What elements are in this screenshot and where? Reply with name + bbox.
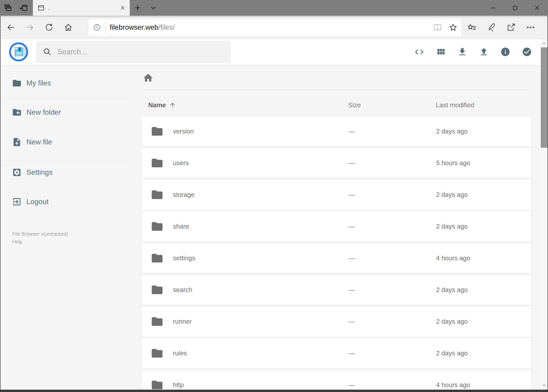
file-row[interactable]: storage — 2 days ago (141, 179, 531, 210)
minimize-icon (490, 5, 497, 11)
file-size: — (348, 223, 355, 230)
browser-window: . (0, 0, 548, 392)
file-name: settings (173, 254, 195, 262)
folder-icon (151, 347, 164, 360)
sidebar-item-label: Settings (26, 168, 53, 176)
column-header-name[interactable]: Name (148, 100, 176, 110)
browser-tab[interactable]: . (33, 0, 130, 16)
column-header-size[interactable]: Size (348, 100, 361, 110)
browser-toolbar: filebrowser.web/files/ (0, 16, 548, 39)
new-tab-button[interactable] (130, 0, 145, 16)
select-multiple-button[interactable] (516, 41, 538, 63)
favorites-hub-button[interactable] (462, 18, 482, 37)
download-button[interactable] (451, 41, 473, 63)
breadcrumb-home-icon[interactable] (143, 72, 153, 83)
check-circle-icon (522, 47, 532, 57)
refresh-icon (45, 23, 54, 32)
filebrowser-body: My files New folder New file (0, 65, 541, 390)
home-button[interactable] (59, 18, 78, 37)
sidebar-footer: File Browser v(untracked) Help (12, 230, 68, 246)
scrollbar-down-arrow[interactable] (541, 381, 548, 390)
file-row[interactable]: settings — 4 hours ago (141, 243, 531, 273)
listing-header: Name Size Last modified (138, 100, 541, 110)
grid-view-icon (436, 47, 446, 57)
file-name: share (173, 223, 189, 230)
file-name: users (173, 159, 189, 167)
file-row[interactable]: search — 2 days ago (141, 274, 531, 305)
search-bar[interactable] (36, 41, 231, 63)
folder-icon (151, 188, 164, 201)
file-name: runner (173, 318, 192, 325)
folder-icon (151, 252, 164, 265)
file-row[interactable]: share — 2 days ago (141, 211, 531, 242)
url-host: filebrowser.web (110, 23, 158, 31)
code-brackets-icon (414, 47, 424, 57)
page-scrollbar[interactable] (541, 39, 548, 390)
column-header-modified[interactable]: Last modified (436, 100, 474, 110)
share-icon (506, 23, 516, 32)
back-button[interactable] (1, 18, 20, 37)
tab-bar: . (0, 0, 548, 16)
search-icon (43, 47, 52, 56)
file-row[interactable]: runner — 2 days ago (141, 306, 531, 337)
file-modified: 4 hours ago (436, 381, 470, 389)
sidebar-item-label: New file (26, 138, 52, 146)
forward-button[interactable] (20, 18, 40, 37)
filebrowser-header (0, 39, 541, 65)
upload-button[interactable] (473, 41, 495, 63)
address-bar[interactable]: filebrowser.web/files/ (88, 19, 462, 36)
file-modified: 2 days ago (436, 286, 468, 294)
scrollbar-up-arrow[interactable] (541, 39, 548, 48)
tab-list-dropdown-button[interactable] (145, 0, 161, 16)
tab-preview-button[interactable] (0, 0, 16, 16)
forward-icon (25, 23, 35, 32)
sidebar-divider (3, 161, 129, 161)
refresh-button[interactable] (40, 18, 59, 37)
info-button[interactable] (495, 41, 516, 63)
file-size: — (348, 381, 355, 389)
file-row[interactable]: users — 5 hours ago (141, 147, 531, 178)
file-name: storage (173, 191, 194, 198)
url-text[interactable]: filebrowser.web/files/ (110, 23, 175, 32)
settings-more-button[interactable] (521, 18, 540, 37)
sidebar-item-new-file[interactable]: New file (0, 131, 138, 153)
file-row[interactable]: http — 4 hours ago (141, 370, 531, 390)
file-size: — (348, 254, 355, 262)
tab-close-icon[interactable] (120, 5, 125, 11)
file-size: — (348, 350, 355, 357)
sidebar-item-my-files[interactable]: My files (0, 72, 138, 94)
close-window-button[interactable] (526, 0, 548, 16)
file-size: — (348, 191, 355, 198)
grid-view-button[interactable] (430, 41, 451, 63)
file-row[interactable]: version — 2 days ago (141, 116, 531, 147)
site-info-icon[interactable] (93, 23, 101, 32)
share-button[interactable] (501, 18, 521, 37)
window-controls (482, 0, 548, 16)
file-list: version — 2 days ago users — 5 hours (141, 116, 531, 390)
folder-icon (151, 378, 164, 390)
file-row[interactable]: rules — 2 days ago (141, 338, 531, 369)
sidebar-divider (3, 98, 129, 99)
favorite-star-icon[interactable] (449, 23, 458, 32)
sidebar-item-settings[interactable]: Settings (0, 162, 138, 183)
folder-icon (151, 125, 164, 138)
sidebar: My files New folder New file (0, 65, 138, 390)
tab-preview-icon (3, 3, 12, 12)
sidebar-item-logout[interactable]: Logout (0, 191, 138, 213)
sidebar-item-new-folder[interactable]: New folder (0, 102, 138, 123)
search-input[interactable] (57, 48, 214, 56)
file-modified: 2 days ago (436, 128, 468, 135)
web-notes-button[interactable] (482, 18, 501, 37)
raw-view-button[interactable] (409, 41, 430, 63)
scrollbar-thumb[interactable] (541, 47, 548, 148)
back-icon (6, 23, 15, 32)
folder-icon (151, 283, 164, 296)
folder-icon (151, 220, 164, 233)
minimize-button[interactable] (482, 0, 504, 16)
file-listing-panel: Name Size Last modified (138, 65, 541, 390)
settings-gear-icon (12, 168, 22, 177)
maximize-button[interactable] (504, 0, 526, 16)
help-link[interactable]: Help (12, 238, 68, 246)
reading-view-icon[interactable] (433, 23, 442, 32)
set-tabs-aside-button[interactable] (16, 0, 31, 16)
